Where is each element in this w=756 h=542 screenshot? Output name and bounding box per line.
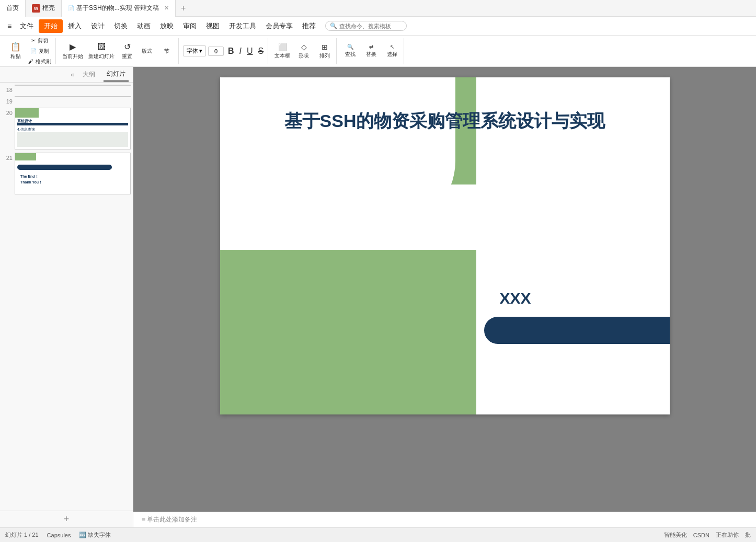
main-area: « 大纲 幻灯片 18 系统设计: [0, 67, 756, 527]
slide-thumb-18[interactable]: 系统设计: [15, 85, 131, 86]
status-bar: 幻灯片 1 / 21 Capsules 🔤 缺失字体 智能美化 CSDN 正在助…: [0, 527, 756, 542]
strikethrough-button[interactable]: S: [256, 44, 266, 58]
main-slide-canvas[interactable]: 基于SSH的物资采购管理系统设计与实现 XXX: [220, 77, 670, 414]
find-label: 查找: [345, 51, 356, 58]
slide-num-18: 18: [2, 85, 13, 93]
slide-item-20[interactable]: 20 系统设计 4.信息查询: [2, 108, 131, 149]
menu-items: 开始 插入 设计 切换 动画 放映 审阅 视图 开发工具 会员专享 推荐: [39, 19, 320, 33]
wps-logo-icon: W: [32, 4, 40, 13]
menu-review[interactable]: 审阅: [179, 19, 201, 33]
home-tab[interactable]: 首页: [0, 0, 26, 17]
copy-label: 复制: [39, 48, 49, 55]
text-box-label: 文本框: [274, 52, 290, 60]
canvas-area: 基于SSH的物资采购管理系统设计与实现 XXX: [133, 67, 756, 512]
select-label: 选择: [387, 51, 397, 58]
slide-thumb-20[interactable]: 系统设计 4.信息查询: [15, 108, 131, 149]
search-input[interactable]: [339, 23, 402, 29]
copy-button[interactable]: 📄 复制: [26, 47, 53, 56]
slide-thumb-21[interactable]: The End！Thank You！: [15, 153, 131, 194]
csdn-link[interactable]: CSDN: [693, 532, 709, 538]
slide-main-title: 基于SSH的物资采购管理系统设计与实现: [249, 109, 641, 134]
font-dropdown-icon: ▾: [199, 48, 202, 54]
slide-item-18[interactable]: 18 系统设计: [2, 85, 131, 93]
slide-dark-bar: [484, 317, 670, 344]
menu-animate[interactable]: 动画: [133, 19, 155, 33]
menu-vip[interactable]: 会员专享: [261, 19, 297, 33]
shape-icon: ◇: [301, 43, 307, 51]
slide-item-19[interactable]: 19 系统设计 • 材料管理: [2, 96, 131, 105]
slide-num-20: 20: [2, 108, 13, 116]
slide-group: ▶ 当前开始 🖼 新建幻灯片 ↺ 重置 版式 节: [58, 38, 179, 64]
section-button[interactable]: 节: [157, 47, 176, 56]
help-text: 正在助你: [716, 531, 739, 539]
note-placeholder: ≡ 单击此处添加备注: [142, 515, 197, 524]
font-group: 字体 ▾ 0 B I U S: [181, 38, 268, 64]
search-box[interactable]: 🔍: [325, 21, 407, 31]
menu-file[interactable]: 文件: [16, 19, 38, 33]
wps-tab-label: 框壳: [42, 4, 55, 13]
add-slide-button[interactable]: +: [0, 511, 133, 527]
theme-name: Capsules: [47, 532, 71, 538]
batch-icon[interactable]: 批: [745, 531, 751, 539]
menu-design[interactable]: 设计: [87, 19, 109, 33]
slide-thumb-19[interactable]: 系统设计 • 材料管理: [15, 96, 131, 97]
layout-button[interactable]: 版式: [138, 47, 156, 56]
menu-expand-icon[interactable]: ≡: [4, 20, 15, 32]
replace-button[interactable]: ⇄ 替换: [362, 43, 381, 59]
doc-tab[interactable]: 📄 基于SSH的物...实现 管辩文稿 ✕: [61, 0, 176, 17]
toolbar: 📋 粘贴 ✂ 剪切 📄 复制 🖌 格式刷 ▶ 当前开始 🖼 新建幻灯片: [0, 36, 756, 67]
format-brush-button[interactable]: 🖌 格式刷: [26, 57, 53, 66]
menu-start[interactable]: 开始: [39, 19, 63, 33]
arrange-button[interactable]: ⊞ 排列: [315, 42, 334, 61]
slide-num-19: 19: [2, 96, 13, 105]
note-area[interactable]: ≡ 单击此处添加备注: [133, 512, 756, 527]
paste-icon: 📋: [10, 42, 21, 52]
reset-button[interactable]: ↺ 重置: [118, 41, 136, 61]
panel-collapse-icon[interactable]: «: [71, 71, 74, 78]
copy-icon: 📄: [30, 48, 37, 54]
new-slide-icon: 🖼: [97, 42, 106, 52]
slide-item-21[interactable]: 21 The End！Thank You！: [2, 153, 131, 194]
tab-outline[interactable]: 大纲: [79, 68, 98, 81]
menu-insert[interactable]: 插入: [64, 19, 86, 33]
bold-button[interactable]: B: [226, 44, 236, 58]
select-button[interactable]: ↖ 选择: [383, 43, 402, 59]
find-group: 🔍 查找 ⇄ 替换 ↖ 选择: [339, 38, 404, 64]
slide-panel-tabs: « 大纲 幻灯片: [0, 67, 133, 83]
font-name-selector[interactable]: 字体 ▾: [183, 45, 206, 56]
text-box-button[interactable]: ⬜ 文本框: [272, 42, 292, 61]
shape-label: 形状: [299, 52, 309, 60]
font-missing[interactable]: 🔤 缺失字体: [79, 531, 111, 539]
menu-bar: ≡ 文件 开始 插入 设计 切换 动画 放映 审阅 视图 开发工具 会员专享 推…: [0, 17, 756, 36]
new-slide-button[interactable]: 🖼 新建幻灯片: [86, 41, 117, 61]
paste-button[interactable]: 📋 粘贴: [6, 41, 25, 61]
doc-icon: 📄: [68, 5, 74, 11]
smart-beautify[interactable]: 智能美化: [664, 531, 687, 539]
current-start-button[interactable]: ▶ 当前开始: [60, 41, 85, 61]
title-bar: 首页 W 框壳 📄 基于SSH的物...实现 管辩文稿 ✕ +: [0, 0, 756, 17]
shape-button[interactable]: ◇ 形状: [294, 42, 313, 61]
font-size-input[interactable]: 0: [208, 47, 224, 56]
menu-switch[interactable]: 切换: [110, 19, 132, 33]
underline-button[interactable]: U: [245, 44, 255, 58]
find-button[interactable]: 🔍 查找: [341, 43, 360, 59]
italic-button[interactable]: I: [237, 44, 244, 58]
wps-tab[interactable]: W 框壳: [26, 0, 61, 17]
replace-label: 替换: [366, 51, 376, 58]
cut-button[interactable]: ✂ 剪切: [26, 36, 53, 45]
cut-label: 剪切: [38, 37, 48, 44]
tab-slides[interactable]: 幻灯片: [104, 67, 129, 82]
clipboard-group: 📋 粘贴 ✂ 剪切 📄 复制 🖌 格式刷: [4, 38, 56, 64]
replace-icon: ⇄: [369, 44, 373, 50]
menu-view[interactable]: 视图: [202, 19, 224, 33]
close-icon[interactable]: ✕: [164, 5, 169, 11]
cut-icon: ✂: [31, 38, 36, 43]
slide-panel: « 大纲 幻灯片 18 系统设计: [0, 67, 133, 527]
menu-play[interactable]: 放映: [156, 19, 178, 33]
select-icon: ↖: [390, 44, 394, 50]
menu-devtools[interactable]: 开发工具: [225, 19, 260, 33]
slide-info: 幻灯片 1 / 21: [5, 531, 39, 539]
menu-recommend[interactable]: 推荐: [298, 19, 320, 33]
play-icon: ▶: [70, 42, 76, 52]
add-tab-button[interactable]: +: [176, 4, 191, 13]
